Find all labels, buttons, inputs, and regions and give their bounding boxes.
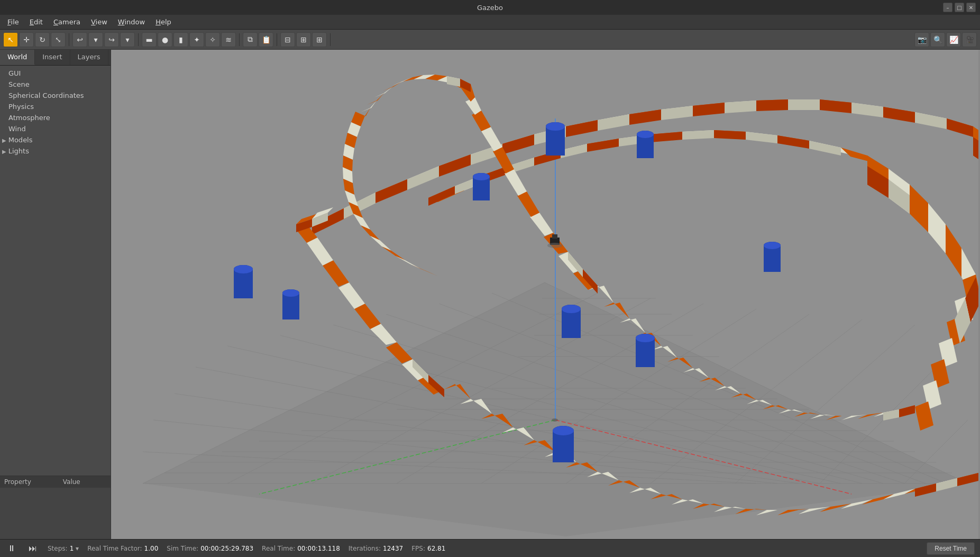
rotate-tool-button[interactable]: ↻: [35, 32, 50, 47]
iterations-label: Iterations:: [349, 545, 381, 552]
tree-item-lights[interactable]: ▶Lights: [0, 145, 111, 157]
svg-marker-71: [756, 99, 788, 111]
fps-item: FPS: 62.81: [411, 545, 445, 552]
spot-light-button[interactable]: ✧: [205, 32, 220, 47]
svg-point-288: [552, 418, 558, 422]
main-layout: World Insert Layers GUI Scene Spherical …: [0, 50, 980, 539]
svg-point-272: [562, 305, 581, 313]
steps-item: Steps: 1 ▾: [48, 545, 79, 552]
minimize-button[interactable]: –: [943, 3, 952, 12]
chart-button[interactable]: 📈: [946, 32, 961, 47]
svg-rect-268: [764, 245, 781, 272]
translate-tool-button[interactable]: ✛: [19, 32, 34, 47]
sphere-button[interactable]: ●: [158, 32, 172, 47]
iterations-value: 12437: [383, 545, 403, 552]
tree-item-models[interactable]: ▶Models: [0, 134, 111, 145]
svg-marker-70: [725, 101, 756, 113]
zoom-button[interactable]: 🔍: [930, 32, 945, 47]
tab-world[interactable]: World: [0, 50, 35, 65]
property-col-label: Property: [4, 478, 31, 486]
sep1: [69, 33, 69, 46]
cylinder-button[interactable]: ▮: [173, 32, 188, 47]
scale-tool-button[interactable]: ⤡: [51, 32, 66, 47]
svg-point-266: [637, 131, 654, 138]
3d-viewport[interactable]: [111, 50, 980, 539]
undo-dropdown-button[interactable]: ▾: [88, 32, 103, 47]
redo-button[interactable]: ↪: [104, 32, 119, 47]
sep5: [330, 33, 331, 46]
tree-item-wind[interactable]: Wind: [0, 123, 111, 134]
real-time-label: Real Time:: [262, 545, 295, 552]
svg-rect-277: [234, 269, 253, 298]
svg-rect-271: [562, 309, 581, 338]
menu-camera[interactable]: Camera: [48, 16, 86, 28]
box-button[interactable]: ▬: [142, 32, 157, 47]
lights-arrow-icon: ▶: [2, 149, 6, 154]
svg-rect-274: [636, 338, 655, 367]
realtime-factor-label: Real Time Factor:: [87, 545, 142, 552]
sep2: [138, 33, 139, 46]
maximize-button[interactable]: □: [955, 3, 964, 12]
tree-item-scene[interactable]: Scene: [0, 79, 111, 90]
tab-insert[interactable]: Insert: [35, 50, 70, 65]
menu-file[interactable]: File: [2, 16, 24, 28]
grid-button[interactable]: ⊞: [312, 32, 327, 47]
select-tool-button[interactable]: ↖: [3, 32, 18, 47]
video-button[interactable]: 🎥: [962, 32, 977, 47]
tab-layers[interactable]: Layers: [70, 50, 108, 65]
property-panel: Property Value: [0, 476, 111, 539]
point-light-button[interactable]: ✦: [189, 32, 204, 47]
snap-button[interactable]: ⊞: [296, 32, 311, 47]
sim-time-item: Sim Time: 00:00:25:29.783: [167, 545, 253, 552]
menu-window[interactable]: Window: [113, 16, 150, 28]
svg-rect-280: [282, 293, 299, 319]
paste-button[interactable]: 📋: [259, 32, 273, 47]
toolbar: ↖ ✛ ↻ ⤡ ↩ ▾ ↪ ▾ ▬ ● ▮ ✦ ✧ ≋ ⧉ 📋 ⊟ ⊞ ⊞ 📷 …: [0, 30, 980, 50]
sep3: [239, 33, 240, 46]
close-button[interactable]: ✕: [966, 3, 976, 12]
menu-view[interactable]: View: [86, 16, 113, 28]
steps-value: 1 ▾: [70, 545, 79, 552]
svg-marker-72: [788, 99, 820, 110]
menu-bar: File Edit Camera View Window Help: [0, 15, 980, 30]
svg-point-260: [546, 122, 565, 131]
align-button[interactable]: ⊟: [280, 32, 295, 47]
scene-canvas: [111, 50, 980, 539]
sim-time-value: 00:00:25:29.783: [200, 545, 253, 552]
status-bar: ⏸ ⏭ Steps: 1 ▾ Real Time Factor: 1.00 Si…: [0, 539, 980, 557]
svg-point-287: [547, 243, 562, 248]
dir-light-button[interactable]: ≋: [221, 32, 236, 47]
tab-bar: World Insert Layers: [0, 50, 111, 66]
real-time-value: 00:00:13.118: [297, 545, 340, 552]
left-panel: World Insert Layers GUI Scene Spherical …: [0, 50, 111, 539]
svg-rect-286: [552, 234, 557, 239]
undo-button[interactable]: ↩: [72, 32, 87, 47]
models-arrow-icon: ▶: [2, 138, 6, 143]
tree-item-spherical[interactable]: Spherical Coordinates: [0, 90, 111, 101]
tree-item-atmosphere[interactable]: Atmosphere: [0, 112, 111, 123]
svg-rect-259: [546, 126, 565, 156]
svg-point-284: [553, 426, 574, 435]
screenshot-button[interactable]: 📷: [914, 32, 929, 47]
real-time-item: Real Time: 00:00:13.118: [262, 545, 340, 552]
value-col-label: Value: [63, 478, 80, 486]
svg-point-263: [473, 173, 490, 180]
redo-dropdown-button[interactable]: ▾: [120, 32, 135, 47]
realtime-factor-item: Real Time Factor: 1.00: [87, 545, 158, 552]
window-controls: – □ ✕: [943, 3, 976, 12]
tree-item-physics[interactable]: Physics: [0, 101, 111, 112]
pause-button[interactable]: ⏸: [5, 544, 18, 553]
reset-time-button[interactable]: Reset Time: [927, 542, 975, 555]
tree-item-gui[interactable]: GUI: [0, 68, 111, 79]
property-header: Property Value: [0, 476, 111, 488]
svg-point-278: [234, 265, 253, 273]
fps-value: 62.81: [427, 545, 445, 552]
menu-edit[interactable]: Edit: [24, 16, 48, 28]
step-button[interactable]: ⏭: [26, 544, 39, 553]
menu-help[interactable]: Help: [150, 16, 177, 28]
steps-label: Steps:: [48, 545, 68, 552]
svg-point-275: [636, 334, 655, 342]
title-bar: Gazebo – □ ✕: [0, 0, 980, 15]
svg-marker-168: [682, 130, 714, 140]
copy-button[interactable]: ⧉: [243, 32, 258, 47]
